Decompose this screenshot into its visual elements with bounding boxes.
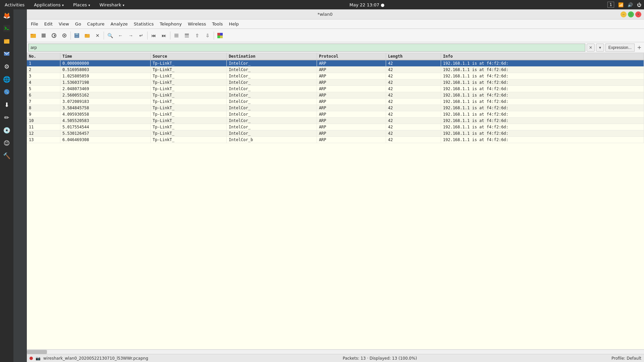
cell-protocol: ARP <box>317 118 386 124</box>
edit-icon[interactable]: ✏ <box>1 111 13 123</box>
col-no[interactable]: No. <box>27 53 60 60</box>
activities-button[interactable]: Activities <box>3 2 26 8</box>
top-bar: Activities Applications ▾ Places ▾ Wires… <box>0 0 644 9</box>
table-row[interactable]: 62.560055162Tp-LinkT_IntelCor_ARP42192.1… <box>27 92 644 99</box>
col-source[interactable]: Source <box>150 53 226 60</box>
col-destination[interactable]: Destination <box>226 53 317 60</box>
toolbar-separator-4 <box>170 32 170 40</box>
cell-no: 10 <box>27 118 60 124</box>
tools-icon[interactable]: 🔧 <box>1 86 13 98</box>
toolbar-forward[interactable]: → <box>126 31 136 41</box>
cell-protocol: ARP <box>317 124 386 130</box>
table-row[interactable]: 31.025805059Tp-LinkT_IntelCor_ARP42192.1… <box>27 73 644 79</box>
table-row[interactable]: 20.516958003Tp-LinkT_IntelCor_ARP42192.1… <box>27 67 644 73</box>
cell-length: 42 <box>386 67 441 73</box>
power-icon[interactable]: ⏻ <box>637 2 641 7</box>
network-icon[interactable]: 🌐 <box>1 73 13 85</box>
col-info[interactable]: Info <box>441 53 644 60</box>
toolbar-search[interactable]: 🔍 <box>105 31 115 41</box>
filter-input[interactable] <box>28 44 585 52</box>
expression-button[interactable]: Expression... <box>605 44 635 52</box>
menu-statistics[interactable]: Statistics <box>131 20 156 27</box>
menu-tools[interactable]: Tools <box>209 20 225 27</box>
hscroll-thumb[interactable] <box>27 350 47 354</box>
table-row[interactable]: 136.046469308Tp-LinkT_IntelCor_bARP42192… <box>27 137 644 143</box>
table-row[interactable]: 94.095930558Tp-LinkT_IntelCor_ARP42192.1… <box>27 111 644 118</box>
menu-capture[interactable]: Capture <box>85 20 107 27</box>
toolbar-save-file[interactable] <box>72 31 82 41</box>
wrench-icon[interactable]: 🔨 <box>1 149 13 162</box>
toolbar-stop[interactable] <box>39 31 49 41</box>
toolbar-goto[interactable]: ↵ <box>136 31 146 41</box>
table-row[interactable]: 125.530126457Tp-LinkT_IntelCor_ARP42192.… <box>27 130 644 137</box>
toolbar-open-file[interactable] <box>82 31 92 41</box>
menu-telephony[interactable]: Telephony <box>157 20 184 27</box>
keyboard-indicator[interactable]: 1 <box>607 2 614 8</box>
maximize-button[interactable]: □ <box>628 11 634 17</box>
table-row[interactable]: 73.072089183Tp-LinkT_IntelCor_ARP42192.1… <box>27 99 644 105</box>
table-row[interactable]: 10.000000000Tp-LinkT_IntelCor_ARP42192.1… <box>27 60 644 67</box>
terminal-icon[interactable] <box>1 22 13 34</box>
filter-clear-button[interactable]: ✕ <box>587 44 595 52</box>
toolbar-zoom-in[interactable] <box>182 31 192 41</box>
table-row[interactable]: 52.048073469Tp-LinkT_IntelCor_ARP42192.1… <box>27 86 644 92</box>
hscroll-track[interactable] <box>27 350 644 354</box>
settings-icon[interactable]: ⚙ <box>1 60 13 72</box>
firefox-icon[interactable]: 🦊 <box>1 9 13 21</box>
cell-length: 42 <box>386 111 441 118</box>
toolbar-options[interactable] <box>59 31 69 41</box>
toolbar-restart[interactable] <box>49 31 59 41</box>
packet-list[interactable]: No. Time Source Destination Protocol Len… <box>27 53 644 349</box>
applications-menu[interactable]: Applications ▾ <box>32 2 66 8</box>
face-icon[interactable]: 😊 <box>1 137 13 149</box>
menu-view[interactable]: View <box>56 20 72 27</box>
volume-icon[interactable]: 🔊 <box>628 2 633 7</box>
cell-source: Tp-LinkT_ <box>150 111 226 118</box>
filter-add-button[interactable]: + <box>636 44 643 52</box>
toolbar-back[interactable]: ← <box>115 31 125 41</box>
cell-time: 6.046469308 <box>60 137 150 143</box>
toolbar-expand[interactable]: ⇧ <box>192 31 202 41</box>
menu-go[interactable]: Go <box>72 20 84 27</box>
files-icon[interactable] <box>1 35 13 47</box>
table-row[interactable]: 104.505520583Tp-LinkT_IntelCor_ARP42192.… <box>27 118 644 124</box>
toolbar-open-capture[interactable] <box>28 31 38 41</box>
toolbar-colorize[interactable] <box>215 31 225 41</box>
table-row[interactable]: 115.017554544Tp-LinkT_IntelCor_ARP42192.… <box>27 124 644 130</box>
svg-rect-9 <box>42 34 46 38</box>
cell-destination: IntelCor_ <box>226 67 317 73</box>
horizontal-scrollbar[interactable] <box>27 349 644 354</box>
close-button[interactable]: ✕ <box>635 11 641 17</box>
places-menu[interactable]: Places ▾ <box>71 2 92 8</box>
cell-protocol: ARP <box>317 79 386 86</box>
minimize-button[interactable]: – <box>621 11 627 17</box>
email-icon[interactable] <box>1 48 13 60</box>
toolbar-collapse[interactable]: ⇩ <box>203 31 213 41</box>
toolbar-autoscroll[interactable] <box>171 31 181 41</box>
toolbar-close-file[interactable]: ✕ <box>93 31 103 41</box>
table-row[interactable]: 41.536037198Tp-LinkT_IntelCor_ARP42192.1… <box>27 79 644 86</box>
cell-info: 192.168.1.1 is at f4:f2:6d: <box>441 73 644 79</box>
filter-dropdown-button[interactable]: ▾ <box>596 44 604 52</box>
download-icon[interactable]: ⬇ <box>1 99 13 111</box>
menu-edit[interactable]: Edit <box>42 20 55 27</box>
packet-tbody: 10.000000000Tp-LinkT_IntelCor_ARP42192.1… <box>27 60 644 143</box>
menu-file[interactable]: File <box>28 20 41 27</box>
wireshark-menu[interactable]: Wireshark ▾ <box>97 2 126 8</box>
menu-help[interactable]: Help <box>226 20 241 27</box>
col-protocol[interactable]: Protocol <box>317 53 386 60</box>
disk-icon[interactable]: 💿 <box>1 124 13 136</box>
col-length[interactable]: Length <box>386 53 441 60</box>
menu-wireless[interactable]: Wireless <box>185 20 209 27</box>
toolbar-last[interactable]: ⏭ <box>159 31 169 41</box>
svg-rect-27 <box>217 36 220 38</box>
cell-source: Tp-LinkT_ <box>150 105 226 111</box>
col-time[interactable]: Time <box>60 53 150 60</box>
cell-info: 192.168.1.1 is at f4:f2:6d: <box>441 79 644 86</box>
svg-rect-25 <box>217 33 220 36</box>
toolbar-first[interactable]: ⏮ <box>149 31 159 41</box>
apps-icon[interactable]: ⋯ <box>1 357 13 362</box>
menu-analyze[interactable]: Analyze <box>108 20 130 27</box>
cell-info: 192.168.1.1 is at f4:f2:6d: <box>441 111 644 118</box>
table-row[interactable]: 83.584845758Tp-LinkT_IntelCor_ARP42192.1… <box>27 105 644 111</box>
